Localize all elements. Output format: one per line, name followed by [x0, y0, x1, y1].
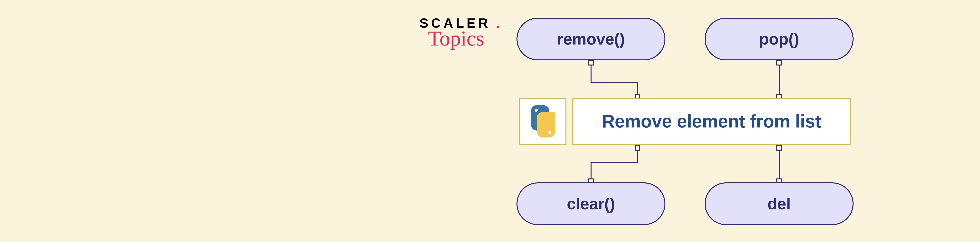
method-pill-pop: pop(): [705, 18, 854, 61]
center-title-box: Remove element from list: [572, 98, 851, 145]
method-label: del: [768, 194, 791, 213]
method-pill-remove: remove(): [517, 18, 665, 61]
connector-dot: [776, 145, 782, 151]
brand-logo: SCALER Topics: [420, 15, 504, 51]
connector-dot: [776, 60, 782, 65]
connector-line: [637, 151, 638, 163]
python-logo-box: [519, 98, 566, 145]
center-group: Remove element from list: [519, 98, 851, 145]
connector-line: [637, 82, 638, 94]
connector-dot: [588, 60, 594, 65]
logo-text-topics: Topics: [428, 26, 504, 51]
connector-line: [779, 151, 780, 180]
method-label: pop(): [759, 30, 799, 48]
method-label: remove(): [557, 30, 625, 48]
connector-line: [590, 162, 592, 180]
connector-line: [779, 65, 780, 94]
method-pill-clear: clear(): [517, 182, 665, 225]
connector-dot: [635, 145, 640, 151]
banner: SCALER Topics remove() pop() clear(): [0, 0, 980, 242]
method-label: clear(): [567, 194, 615, 213]
python-icon: [527, 105, 559, 137]
center-title: Remove element from list: [602, 111, 821, 132]
connector-line: [590, 162, 638, 163]
connector-line: [590, 82, 638, 83]
diagram-container: remove() pop() clear() del Remove elemen…: [517, 18, 854, 226]
connector-line: [590, 65, 592, 83]
method-pill-del: del: [705, 182, 854, 225]
